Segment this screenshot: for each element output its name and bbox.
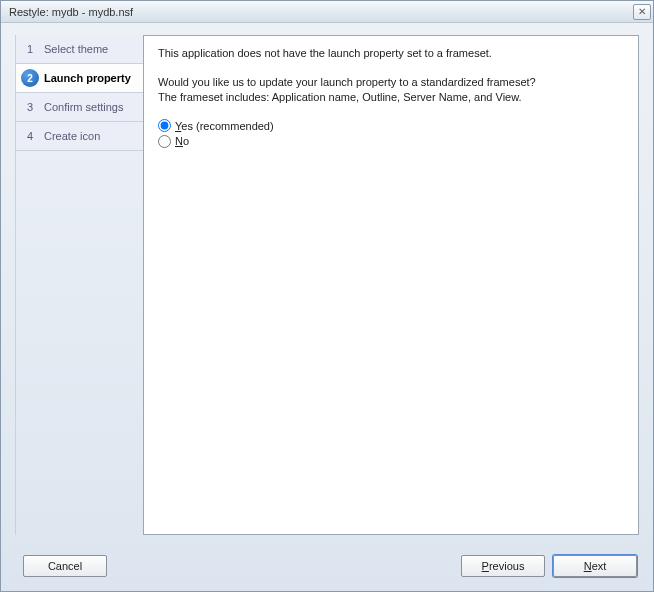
restyle-wizard-window: Restyle: mydb - mydb.nsf ✕ 1 Select them… — [0, 0, 654, 592]
step-number: 1 — [16, 43, 44, 55]
step-number: 3 — [16, 101, 44, 113]
close-button[interactable]: ✕ — [633, 4, 651, 20]
option-yes-row[interactable]: Yes (recommended) — [158, 119, 624, 134]
option-no-row[interactable]: No — [158, 134, 624, 149]
radio-no[interactable] — [158, 135, 171, 148]
content-panel: This application does not have the launc… — [143, 35, 639, 535]
close-icon: ✕ — [638, 6, 646, 17]
window-body: 1 Select theme 2 Launch property 3 Confi… — [1, 23, 653, 591]
titlebar: Restyle: mydb - mydb.nsf ✕ — [1, 1, 653, 23]
cancel-button[interactable]: Cancel — [23, 555, 107, 577]
wizard-sidebar: 1 Select theme 2 Launch property 3 Confi… — [15, 35, 143, 535]
intro-text-1: This application does not have the launc… — [158, 46, 624, 61]
radio-yes-label: Yes (recommended) — [175, 119, 274, 134]
step-create-icon[interactable]: 4 Create icon — [16, 122, 143, 151]
radio-yes[interactable] — [158, 119, 171, 132]
step-label: Select theme — [44, 43, 108, 55]
radio-no-label: No — [175, 134, 189, 149]
step-label: Create icon — [44, 130, 100, 142]
step-number: 4 — [16, 130, 44, 142]
previous-button[interactable]: Previous — [461, 555, 545, 577]
next-button[interactable]: Next — [553, 555, 637, 577]
step-label: Launch property — [44, 72, 131, 84]
active-step-badge-icon: 2 — [21, 69, 39, 87]
intro-text-2: Would you like us to update your launch … — [158, 75, 624, 105]
step-select-theme[interactable]: 1 Select theme — [16, 35, 143, 64]
step-confirm-settings[interactable]: 3 Confirm settings — [16, 93, 143, 122]
main-row: 1 Select theme 2 Launch property 3 Confi… — [15, 35, 639, 535]
button-row: Cancel Previous Next — [15, 555, 639, 579]
window-title: Restyle: mydb - mydb.nsf — [9, 6, 133, 18]
step-label: Confirm settings — [44, 101, 123, 113]
step-launch-property[interactable]: 2 Launch property — [16, 64, 143, 93]
